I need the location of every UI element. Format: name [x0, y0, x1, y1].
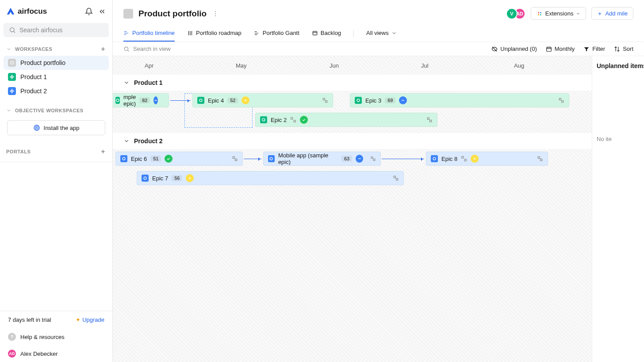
svg-point-11	[540, 14, 541, 15]
workspace-product-portfolio[interactable]: Product portfolio	[4, 56, 109, 70]
month-label: Aug	[514, 62, 524, 69]
epic-bar[interactable]: Epic 8	[426, 152, 548, 166]
workspace-label: Product 2	[20, 88, 47, 95]
svg-point-22	[357, 99, 360, 102]
global-search[interactable]	[4, 23, 109, 37]
epic-bar[interactable]: Epic 452	[192, 93, 333, 107]
workspace-product-1[interactable]: Product 1	[4, 70, 109, 84]
svg-rect-34	[371, 157, 373, 159]
user-name: Alex Debecker	[20, 351, 58, 357]
epic-title: Mobile app (sample epic)	[278, 152, 338, 165]
epic-bar[interactable]: Mobile app (sample epic)63	[263, 152, 381, 166]
svg-rect-23	[559, 98, 561, 100]
workspaces-label: WORKSPACES	[15, 46, 52, 52]
group-lanes-product-1: mple epic)82Epic 452Epic 369Epic 2	[113, 91, 592, 133]
all-views-dropdown[interactable]: All views	[366, 25, 397, 42]
svg-rect-28	[427, 118, 429, 119]
expand-epic-icon[interactable]	[322, 97, 328, 103]
tab-label: Portfolio roadmap	[196, 30, 242, 36]
global-search-input[interactable]	[19, 27, 104, 34]
timeline[interactable]: AprMayJunJulAug Product 1 mple epic)82Ep…	[113, 56, 592, 362]
help-icon: ?	[8, 333, 16, 341]
eye-off-icon	[491, 46, 498, 52]
tab-portfolio-gantt[interactable]: Portfolio Gantt	[254, 25, 299, 42]
expand-epic-icon[interactable]	[232, 156, 238, 162]
gantt-icon	[254, 30, 260, 36]
tab-portfolio-timeline[interactable]: Portfolio timeline	[123, 25, 175, 42]
more-menu-icon[interactable]	[212, 10, 219, 17]
status-badge	[471, 155, 479, 163]
monthly-toggle[interactable]: Monthly	[546, 46, 575, 52]
notifications-icon[interactable]	[85, 8, 93, 15]
view-search[interactable]	[123, 46, 483, 52]
epic-bar[interactable]: Epic 369	[350, 93, 569, 107]
add-portal-icon[interactable]	[100, 149, 106, 155]
backlog-icon	[312, 30, 318, 36]
search-icon	[123, 46, 130, 52]
main-area: Product portfolio V AD Extensions Add mi…	[113, 0, 644, 362]
epic-bar[interactable]: mple epic)82	[113, 93, 169, 107]
avatar[interactable]: V	[506, 8, 518, 19]
sort-button[interactable]: Sort	[614, 46, 633, 52]
logo[interactable]: airfocus	[6, 7, 47, 16]
svg-rect-29	[430, 120, 432, 122]
page-header: Product portfolio V AD Extensions Add mi…	[113, 0, 644, 25]
epic-score: 82	[139, 97, 150, 103]
extensions-button[interactable]: Extensions	[531, 7, 586, 20]
epic-score: 63	[341, 156, 352, 162]
epic-title: Epic 2	[271, 117, 287, 123]
workspace-label: Product portfolio	[20, 59, 65, 66]
status-badge	[399, 96, 407, 104]
install-app-button[interactable]: Install the app	[7, 120, 105, 135]
epic-title: mple epic)	[123, 94, 136, 107]
view-search-input[interactable]	[133, 46, 207, 52]
collaborator-avatars[interactable]: V AD	[506, 8, 525, 19]
expand-epic-icon[interactable]	[558, 97, 564, 103]
help-resources[interactable]: ? Help & resources	[0, 328, 112, 345]
dependency-arrow	[244, 159, 261, 159]
tab-portfolio-roadmap[interactable]: Portfolio roadmap	[187, 25, 242, 42]
filter-button[interactable]: Filter	[583, 46, 605, 52]
expand-epic-icon[interactable]	[537, 156, 543, 162]
add-workspace-icon[interactable]	[100, 46, 106, 52]
brand-name: airfocus	[18, 7, 47, 16]
epic-bar[interactable]: Epic 651	[115, 152, 243, 166]
calendar-icon	[546, 46, 552, 52]
epic-bar[interactable]: Epic 756	[137, 171, 404, 185]
portals-header[interactable]: PORTALS	[0, 145, 112, 158]
objective-workspaces-header[interactable]: OBJECTIVE WORKSPACES	[0, 104, 112, 117]
workspaces-header[interactable]: WORKSPACES	[0, 42, 112, 56]
sort-label: Sort	[623, 46, 633, 52]
add-milestone-button[interactable]: Add mile	[591, 7, 633, 20]
svg-point-42	[144, 177, 146, 179]
epic-score: 56	[172, 175, 182, 181]
epic-title: Epic 3	[365, 97, 381, 104]
upgrade-button[interactable]: ✦ Upgrade	[76, 316, 104, 323]
unplanned-toggle[interactable]: Unplanned (0)	[491, 46, 537, 52]
epic-type-icon	[197, 97, 204, 104]
expand-epic-icon[interactable]	[370, 156, 376, 162]
expand-epic-icon[interactable]	[426, 117, 433, 123]
epic-score: 52	[227, 97, 238, 103]
chevron-down-icon	[6, 46, 12, 52]
plus-icon	[597, 11, 602, 16]
collapse-sidebar-icon[interactable]	[98, 8, 106, 15]
epic-bar[interactable]: Epic 2	[255, 113, 437, 127]
workspace-icon	[8, 73, 16, 81]
month-label: Jul	[421, 62, 429, 69]
expand-epic-icon[interactable]	[393, 175, 399, 181]
epic-type-icon	[120, 155, 127, 162]
group-name: Product 2	[134, 137, 163, 145]
epic-title: Epic 4	[208, 97, 224, 104]
sidebar: airfocus WORKSPACES Product portfolio Pr…	[0, 0, 113, 362]
subtasks-icon	[290, 117, 296, 123]
group-header-product-1[interactable]: Product 1	[113, 75, 592, 91]
svg-point-13	[124, 47, 128, 50]
user-menu[interactable]: AD Alex Debecker	[0, 345, 112, 362]
unplanned-empty-text: No ite	[597, 136, 640, 142]
svg-point-18	[199, 99, 202, 102]
tab-backlog[interactable]: Backlog	[312, 25, 341, 42]
workspace-product-2[interactable]: Product 2	[4, 84, 109, 98]
status-badge	[242, 96, 249, 104]
group-header-product-2[interactable]: Product 2	[113, 133, 592, 149]
